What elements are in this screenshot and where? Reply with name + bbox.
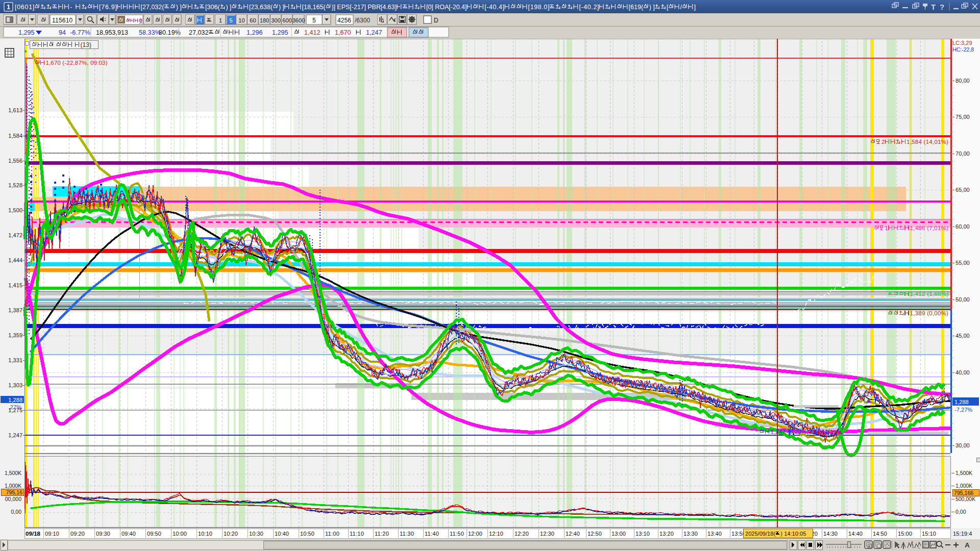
svg-text:1,247: 1,247	[8, 432, 22, 438]
svg-text:1,331: 1,331	[8, 357, 22, 363]
svg-text:13:10: 13:10	[635, 531, 650, 537]
svg-text:1,295: 1,295	[18, 29, 35, 36]
svg-text:11:30: 11:30	[400, 531, 414, 537]
svg-text:12:40: 12:40	[566, 531, 580, 537]
svg-text:45,00: 45,00	[955, 333, 970, 339]
svg-text:1,444: 1,444	[8, 257, 22, 263]
svg-text:-6.77%: -6.77%	[70, 29, 90, 36]
svg-text:1,303: 1,303	[8, 382, 22, 388]
svg-text:[0601]: [0601]	[15, 4, 34, 11]
svg-text:15:10: 15:10	[922, 531, 936, 537]
svg-text:HC:-22,8: HC:-22,8	[952, 46, 974, 53]
svg-text:4256: 4256	[337, 17, 351, 24]
svg-text:3600: 3600	[292, 17, 305, 23]
svg-text:1,472: 1,472	[8, 232, 22, 238]
svg-text:(13): (13)	[81, 41, 91, 48]
svg-text:1,670: 1,670	[335, 29, 351, 36]
svg-text:1,296: 1,296	[247, 29, 263, 36]
svg-text:1,412: 1,412	[304, 29, 321, 36]
svg-text:T: T	[931, 3, 936, 11]
svg-text:0,00: 0,00	[11, 509, 21, 515]
svg-text:795,16: 795,16	[6, 489, 22, 495]
svg-text:-7,27%: -7,27%	[954, 407, 972, 413]
svg-text:1,556: 1,556	[8, 158, 22, 164]
svg-text:1,415: 1,415	[8, 282, 22, 288]
svg-text:)] EPS[-217] PBR[4.63]: )] EPS[-217] PBR[4.63]	[331, 4, 397, 11]
svg-text:600: 600	[282, 17, 292, 23]
svg-text:60,00: 60,00	[955, 223, 970, 230]
svg-text:15:19:4: 15:19:4	[953, 531, 972, 537]
svg-text:115610: 115610	[52, 17, 73, 24]
svg-text:1,247: 1,247	[366, 29, 382, 36]
svg-text:09:50: 09:50	[147, 531, 161, 537]
svg-text:30,00: 30,00	[955, 442, 970, 448]
svg-text:12:30: 12:30	[540, 531, 554, 537]
svg-text:70,00: 70,00	[955, 151, 970, 157]
svg-text:12:50: 12:50	[587, 531, 602, 537]
svg-text:60: 60	[250, 17, 256, 23]
svg-text:[23,638(: [23,638(	[249, 4, 273, 11]
svg-text:10:00: 10:00	[173, 531, 187, 537]
svg-text:11:50: 11:50	[450, 531, 464, 537]
svg-text:/: /	[680, 4, 682, 11]
svg-text:11:20: 11:20	[375, 531, 389, 537]
svg-text:1,584: 1,584	[8, 133, 22, 139]
svg-text:12:20: 12:20	[514, 531, 529, 537]
svg-text:1,528: 1,528	[8, 182, 22, 188]
svg-text:13:30: 13:30	[683, 531, 698, 537]
svg-text:795,166: 795,166	[954, 490, 973, 496]
svg-text:1,500K: 1,500K	[5, 470, 21, 476]
svg-text:1,295: 1,295	[272, 29, 288, 36]
svg-text:?: ?	[940, 3, 944, 11]
svg-text:40,00: 40,00	[955, 369, 970, 375]
svg-text:1,584 (14,01%): 1,584 (14,01%)	[906, 139, 948, 145]
svg-text:-: -	[70, 4, 72, 11]
svg-text:10:40: 10:40	[275, 531, 289, 537]
svg-text:09/18: 09/18	[26, 531, 41, 537]
svg-text:[198.0]: [198.0]	[528, 4, 550, 11]
svg-text:18,953,913: 18,953,913	[96, 29, 128, 36]
svg-text:[-40.4]: [-40.4]	[484, 4, 504, 11]
svg-text:1,387: 1,387	[8, 307, 22, 313]
svg-text:[: [	[667, 4, 669, 11]
svg-text:10:20: 10:20	[224, 531, 238, 537]
svg-text:10: 10	[238, 17, 244, 23]
svg-text:10:10: 10:10	[198, 531, 212, 537]
svg-text:14:40: 14:40	[848, 531, 863, 537]
svg-text:09:30: 09:30	[96, 531, 110, 537]
svg-text:1,500K: 1,500K	[955, 470, 972, 476]
svg-text:1,000K: 1,000K	[955, 483, 972, 489]
svg-text:2025/09/18(: 2025/09/18(	[745, 531, 775, 537]
svg-text:14:30: 14:30	[823, 531, 838, 537]
svg-text:1,000K: 1,000K	[5, 483, 21, 489]
svg-text:[0] ROA[-20.4]: [0] ROA[-20.4]	[426, 4, 467, 11]
svg-text:300: 300	[271, 17, 281, 23]
svg-text:[-40.2]: [-40.2]	[579, 4, 599, 11]
svg-text:09:40: 09:40	[121, 531, 136, 537]
svg-text:14:50: 14:50	[873, 531, 887, 537]
svg-text:1,288: 1,288	[8, 397, 22, 403]
svg-text:65,00: 65,00	[955, 187, 970, 193]
svg-text:[18,165(: [18,165(	[302, 4, 326, 11]
svg-text:1,412 (1,66%): 1,412 (1,66%)	[910, 291, 949, 297]
svg-text:5: 5	[312, 17, 316, 24]
svg-text:A: A	[965, 541, 970, 549]
svg-text:1: 1	[219, 17, 222, 23]
svg-text:1,486 (7,01%): 1,486 (7,01%)	[910, 225, 949, 231]
svg-text:12:00: 12:00	[468, 531, 482, 537]
svg-text:LC:3,29: LC:3,29	[952, 40, 972, 46]
svg-text:[76.9]: [76.9]	[99, 4, 117, 11]
svg-text:80.19%: 80.19%	[159, 29, 181, 36]
svg-text:55,00: 55,00	[955, 260, 970, 266]
svg-text:75,00: 75,00	[955, 114, 970, 120]
svg-text:500,00K: 500,00K	[955, 496, 975, 502]
svg-text:[306(: [306(	[205, 4, 220, 11]
svg-text:1,288: 1,288	[954, 399, 969, 405]
svg-text:15:00: 15:00	[898, 531, 912, 537]
svg-text:10:30: 10:30	[249, 531, 263, 537]
svg-text:09:10: 09:10	[45, 531, 59, 537]
svg-text:[619(: [619(	[629, 4, 644, 11]
svg-text:1,359: 1,359	[8, 332, 22, 338]
svg-text:11:10: 11:10	[350, 531, 364, 537]
svg-text:1: 1	[7, 3, 10, 11]
